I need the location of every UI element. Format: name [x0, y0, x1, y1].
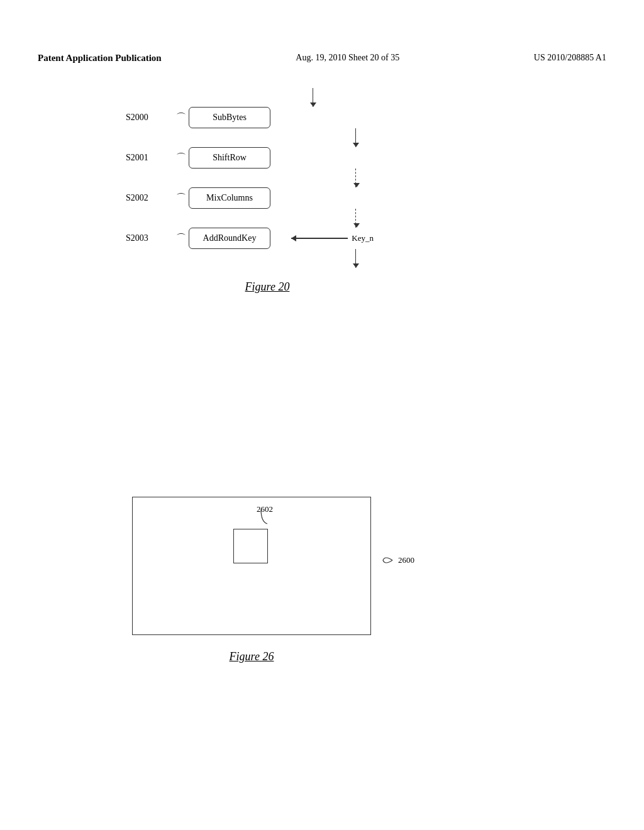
box-subbytes: SubBytes	[189, 107, 270, 128]
key-n-line	[291, 238, 348, 239]
page-header: Patent Application Publication Aug. 19, …	[0, 53, 644, 64]
figure26-label: Figure 26	[230, 650, 274, 663]
publication-title: Patent Application Publication	[38, 53, 162, 64]
label-s2002: S2002	[126, 193, 176, 203]
box-shiftrow: ShiftRow	[189, 147, 270, 169]
label-2600: 2600	[398, 555, 414, 565]
mixcolumns-row: S2002 ⌒ MixColumns	[126, 187, 409, 209]
curve-s2002: ⌒	[176, 192, 186, 205]
label-s2000: S2000	[126, 113, 176, 123]
arrow3	[264, 209, 409, 228]
curve-s2000: ⌒	[176, 111, 186, 124]
key-n-label: Key_n	[352, 233, 374, 243]
arrow2	[264, 169, 409, 187]
key-n-group: Key_n	[291, 233, 374, 243]
outer-rect-2600: 2600	[132, 497, 371, 635]
arrow-left-head	[291, 235, 296, 241]
label-2600-group: 2600	[380, 554, 414, 567]
curve-s2003: ⌒	[176, 232, 186, 245]
label-s2003: S2003	[126, 233, 176, 243]
addroundkey-row: S2003 ⌒ AddRoundKey Key_n	[126, 228, 409, 249]
box-mixcolumns: MixColumns	[189, 187, 270, 209]
curve-s2001: ⌒	[176, 152, 186, 165]
subbytes-row: S2000 ⌒ SubBytes	[126, 107, 409, 128]
publication-number: US 2010/208885 A1	[534, 53, 606, 64]
box-addroundkey: AddRoundKey Key_n	[189, 228, 270, 249]
figure-20-container: S2000 ⌒ SubBytes S2001 ⌒ ShiftRow	[126, 88, 409, 294]
figure26-caption: Figure 26	[94, 650, 409, 663]
entry-arrow	[313, 88, 313, 107]
arrow1	[264, 128, 409, 147]
figure20-caption: Figure 20	[126, 280, 409, 294]
publication-date: Aug. 19, 2010 Sheet 20 of 35	[296, 53, 399, 64]
figure-26-container: 2602 2600 Figure 26	[94, 478, 409, 663]
curve-2600-svg	[380, 554, 396, 567]
shiftrow-row: S2001 ⌒ ShiftRow	[126, 147, 409, 169]
figure20-label: Figure 20	[245, 280, 290, 293]
inner-rect-2602	[233, 529, 268, 563]
label-s2001: S2001	[126, 153, 176, 163]
arrow4	[264, 249, 409, 268]
flowchart: S2000 ⌒ SubBytes S2001 ⌒ ShiftRow	[126, 88, 409, 268]
fig26-wrapper: 2602 2600	[132, 497, 371, 635]
